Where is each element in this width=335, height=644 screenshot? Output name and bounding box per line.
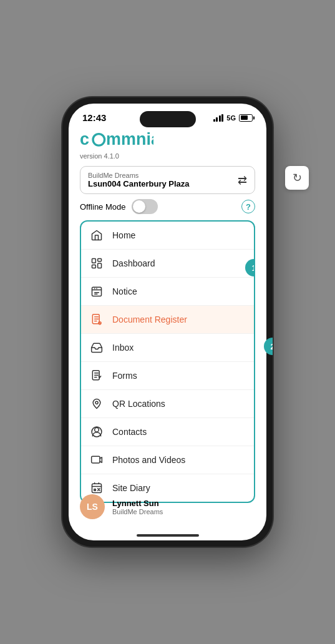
svg-text:mmnia: mmnia xyxy=(106,130,153,149)
offline-row: Offline Mode ? xyxy=(80,199,255,214)
nav-label-notice: Notice xyxy=(112,286,137,296)
avatar: LS xyxy=(80,494,105,519)
nav-label-contacts: Contacts xyxy=(112,427,147,437)
nav-item-notice[interactable]: Notice xyxy=(81,278,254,306)
nav-item-forms[interactable]: Forms xyxy=(81,362,254,390)
nav-item-home[interactable]: Home xyxy=(81,222,254,250)
nav-menu: 1 Home xyxy=(80,220,255,503)
project-selector[interactable]: BuildMe Dreams Lsun004 Canterbury Plaza … xyxy=(80,166,255,194)
nav-item-photos-videos[interactable]: Photos and Videos xyxy=(81,446,254,474)
swap-icon[interactable]: ⇄ xyxy=(238,173,247,187)
offline-label: Offline Mode xyxy=(80,202,125,212)
svg-rect-5 xyxy=(98,259,102,261)
svg-rect-7 xyxy=(92,265,96,268)
user-name: Lynnett Sun xyxy=(112,499,163,508)
photos-icon xyxy=(90,453,104,467)
svg-point-15 xyxy=(95,427,99,432)
svg-rect-4 xyxy=(92,259,96,263)
battery-icon xyxy=(239,114,253,122)
nav-label-inbox: Inbox xyxy=(112,343,134,353)
status-time: 12:43 xyxy=(82,112,106,123)
inbox-icon xyxy=(90,341,104,354)
nav-item-qr-locations[interactable]: QR Locations xyxy=(81,390,254,418)
dynamic-island xyxy=(140,111,196,127)
nav-label-home: Home xyxy=(112,230,135,240)
home-indicator xyxy=(137,534,199,537)
user-company: BuildMe Dreams xyxy=(112,508,163,515)
nav-label-document-register: Document Register xyxy=(112,315,187,324)
svg-rect-6 xyxy=(98,263,102,268)
svg-rect-17 xyxy=(92,456,100,463)
nav-item-dashboard[interactable]: Dashboard xyxy=(81,250,254,278)
dashboard-icon xyxy=(90,256,104,270)
nav-label-forms: Forms xyxy=(112,371,137,381)
svg-point-9 xyxy=(94,288,95,290)
offline-toggle[interactable] xyxy=(132,199,158,214)
logo-area: c mmnia version 4.1.0 xyxy=(80,129,255,160)
logo-svg: c mmnia xyxy=(80,129,153,149)
user-info: Lynnett Sun BuildMe Dreams xyxy=(112,499,163,515)
help-icon[interactable]: ? xyxy=(241,200,255,213)
nav-item-contacts[interactable]: Contacts xyxy=(81,418,254,446)
qr-icon xyxy=(90,397,104,411)
notice-icon xyxy=(90,285,104,298)
nav-label-dashboard: Dashboard xyxy=(112,258,155,268)
version-text: version 4.1.0 xyxy=(80,152,255,160)
user-profile[interactable]: LS Lynnett Sun BuildMe Dreams xyxy=(69,487,266,527)
contacts-icon xyxy=(90,425,104,439)
nav-label-photos-videos: Photos and Videos xyxy=(112,455,185,465)
home-icon xyxy=(90,228,104,242)
signal-icon xyxy=(213,114,224,122)
document-icon xyxy=(90,313,104,326)
nav-item-inbox[interactable]: Inbox xyxy=(81,334,254,362)
project-company: BuildMe Dreams xyxy=(88,172,190,179)
network-type: 5G xyxy=(226,114,236,122)
project-name: Lsun004 Canterbury Plaza xyxy=(88,179,190,188)
nav-item-document-register[interactable]: Document Register xyxy=(81,306,254,334)
svg-point-2 xyxy=(94,135,104,144)
svg-point-14 xyxy=(95,401,98,404)
svg-text:c: c xyxy=(80,130,89,149)
forms-icon xyxy=(90,369,104,383)
svg-point-10 xyxy=(96,288,97,290)
project-info: BuildMe Dreams Lsun004 Canterbury Plaza xyxy=(88,172,190,188)
refresh-button[interactable]: ↻ xyxy=(285,166,309,190)
status-icons: 5G xyxy=(213,114,253,122)
nav-label-qr-locations: QR Locations xyxy=(112,399,165,409)
